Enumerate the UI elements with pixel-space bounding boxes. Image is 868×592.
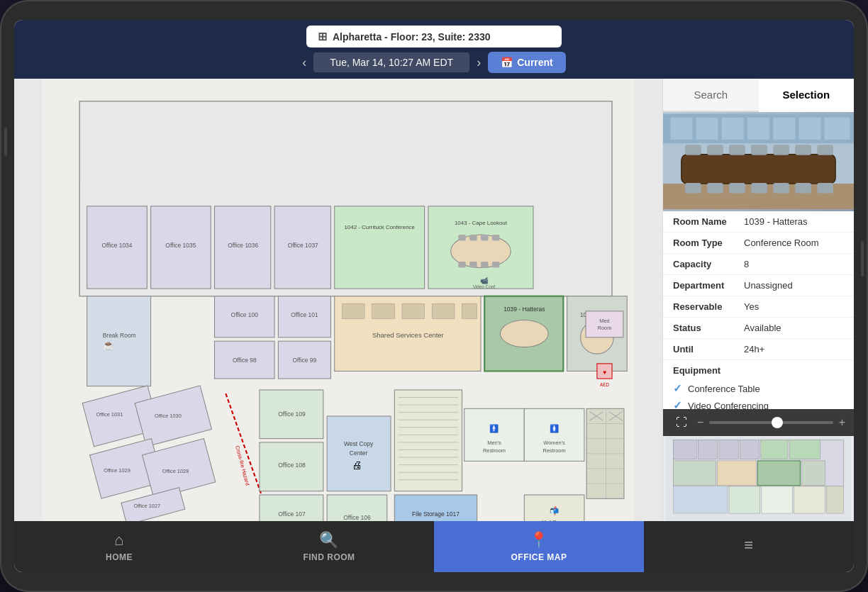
svg-rect-169 (794, 486, 825, 513)
svg-text:Women's: Women's (543, 440, 565, 446)
equipment-label-2: Video Conferencing (688, 401, 769, 410)
nav-menu[interactable]: ≡ (644, 526, 854, 567)
zoom-thumb (772, 417, 783, 428)
svg-rect-33 (372, 303, 395, 318)
department-label: Department (673, 280, 744, 291)
svg-rect-138 (825, 118, 850, 140)
svg-rect-147 (817, 145, 833, 155)
room-name-row: Room Name 1039 - Hatteras (663, 211, 854, 233)
svg-text:Shared Services Center: Shared Services Center (372, 331, 444, 339)
svg-rect-132 (670, 118, 692, 140)
svg-rect-36 (462, 303, 477, 318)
reservable-value: Yes (744, 301, 759, 312)
next-date-button[interactable]: › (477, 55, 481, 70)
svg-text:Office 1031: Office 1031 (96, 411, 123, 418)
calendar-icon: 📅 (501, 57, 513, 68)
bottom-nav: ⌂ HOME 🔍 FIND ROOM 📍 OFFICE MAP ≡ (14, 521, 854, 572)
svg-text:Office 100: Office 100 (231, 311, 259, 318)
current-button[interactable]: 📅 Current (488, 52, 566, 73)
zoom-slider[interactable] (709, 421, 833, 424)
location-bar: ⊞ Alpharetta - Floor: 23, Suite: 2330 (306, 26, 562, 48)
svg-rect-151 (751, 183, 767, 193)
status-label: Status (673, 323, 744, 333)
svg-rect-152 (773, 183, 789, 193)
office-map-label: OFFICE MAP (511, 552, 567, 562)
svg-rect-158 (698, 440, 717, 459)
svg-text:Room: Room (598, 325, 612, 331)
svg-text:🚹: 🚹 (489, 424, 499, 433)
svg-rect-159 (719, 440, 738, 459)
equipment-item-conference-table: ✓ Conference Table (673, 380, 844, 397)
check-icon-2: ✓ (673, 399, 682, 409)
svg-rect-148 (685, 183, 701, 193)
svg-rect-136 (773, 118, 795, 140)
svg-rect-146 (795, 145, 811, 155)
floor-map[interactable]: Office 1034 Office 1035 Office 1036 Offi… (14, 79, 662, 521)
svg-text:Office 1029: Office 1029 (104, 467, 130, 474)
svg-text:Office 107: Office 107 (278, 510, 306, 518)
prev-date-button[interactable]: ‹ (302, 55, 306, 70)
search-icon: 🔍 (319, 531, 339, 549)
zoom-controls: ⛶ − + (663, 409, 854, 436)
svg-rect-154 (817, 183, 833, 193)
nav-home[interactable]: ⌂ HOME (14, 521, 224, 572)
svg-rect-157 (674, 440, 697, 459)
department-row: Department Unassigned (663, 275, 854, 296)
svg-rect-161 (761, 440, 788, 459)
equipment-item-video: ✓ Video Conferencing (673, 397, 844, 409)
svg-rect-9 (335, 206, 425, 289)
selection-tab[interactable]: Selection (759, 79, 855, 112)
svg-rect-19 (469, 262, 477, 267)
svg-rect-135 (747, 118, 769, 140)
zoom-out-button[interactable]: − (697, 416, 703, 429)
date-nav: ‹ Tue, Mar 14, 10:27 AM EDT › 📅 Current (302, 52, 566, 73)
svg-rect-141 (685, 145, 701, 155)
room-type-label: Room Type (673, 238, 744, 248)
svg-rect-16 (481, 235, 489, 240)
svg-rect-14 (458, 235, 466, 240)
until-value: 24h+ (744, 344, 764, 354)
svg-text:🚺: 🚺 (550, 424, 560, 433)
tablet-screen: ⊞ Alpharetta - Floor: 23, Suite: 2330 ‹ … (14, 20, 854, 572)
equipment-section: Equipment ✓ Conference Table ✓ Video Con… (663, 360, 854, 409)
search-tab[interactable]: Search (663, 79, 759, 111)
nav-office-map[interactable]: 📍 OFFICE MAP (434, 521, 644, 572)
fullscreen-button[interactable]: ⛶ (672, 415, 691, 430)
building-icon: ⊞ (318, 30, 327, 43)
svg-text:1042 - Currituck Conference: 1042 - Currituck Conference (344, 224, 415, 230)
svg-point-26 (500, 320, 548, 347)
svg-text:Office 108: Office 108 (278, 462, 306, 469)
menu-icon: ≡ (744, 536, 753, 554)
room-name-label: Room Name (673, 216, 744, 227)
svg-text:Office 1028: Office 1028 (162, 468, 189, 474)
svg-text:Office 1037: Office 1037 (288, 242, 318, 249)
zoom-in-button[interactable]: + (839, 416, 845, 429)
tablet-frame: ⊞ Alpharetta - Floor: 23, Suite: 2330 ‹ … (0, 0, 868, 592)
svg-rect-153 (795, 183, 811, 193)
header: ⊞ Alpharetta - Floor: 23, Suite: 2330 ‹ … (14, 20, 854, 79)
svg-text:Office 1030: Office 1030 (155, 413, 182, 419)
location-text: Alpharetta - Floor: 23, Suite: 2330 (333, 31, 491, 43)
svg-text:Center: Center (350, 449, 368, 457)
svg-rect-165 (757, 461, 800, 486)
svg-text:Office 1035: Office 1035 (165, 242, 196, 249)
svg-text:Office 99: Office 99 (293, 357, 317, 364)
room-type-row: Room Type Conference Room (663, 233, 854, 254)
until-row: Until 24h+ (663, 339, 854, 360)
svg-text:Med: Med (599, 318, 609, 324)
nav-find-room[interactable]: 🔍 FIND ROOM (224, 521, 434, 572)
svg-rect-164 (718, 461, 757, 486)
svg-rect-163 (674, 461, 716, 486)
panel-tabs: Search Selection (663, 79, 854, 112)
svg-text:Men's: Men's (487, 440, 501, 446)
svg-rect-45 (87, 296, 151, 386)
svg-rect-168 (762, 486, 793, 513)
department-value: Unassigned (744, 280, 793, 291)
svg-text:Office 101: Office 101 (291, 311, 318, 318)
svg-text:Restroom: Restroom (543, 447, 566, 454)
svg-text:West Copy: West Copy (344, 440, 374, 447)
svg-rect-21 (492, 262, 500, 267)
capacity-row: Capacity 8 (663, 254, 854, 275)
svg-rect-140 (681, 155, 835, 184)
mini-map (663, 436, 854, 521)
